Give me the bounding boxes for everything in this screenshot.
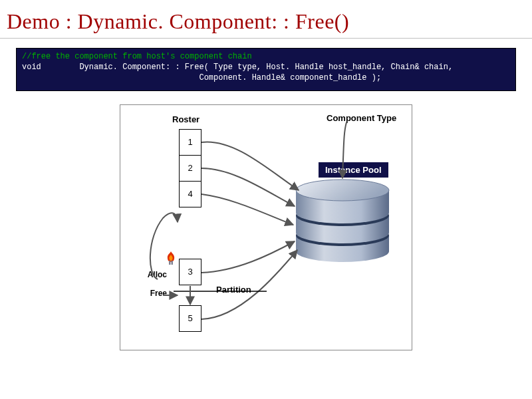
code-line-2: Component. Handle& component_handle ); bbox=[22, 73, 381, 82]
free-label: Free bbox=[127, 289, 167, 298]
partition-label: Partition bbox=[216, 285, 251, 295]
slide-title: Demo : Dynamic. Component: : Free() bbox=[0, 0, 532, 39]
roster-cell-2: 2 bbox=[179, 155, 201, 182]
roster-cell-1: 1 bbox=[179, 129, 201, 156]
svg-rect-1 bbox=[172, 261, 174, 265]
alloc-label: Alloc bbox=[127, 270, 167, 279]
roster-column: 1 2 4 bbox=[179, 129, 201, 207]
roster-cell-5: 5 bbox=[179, 305, 201, 332]
roster-label: Roster bbox=[172, 114, 200, 124]
diagram: Roster Component Type Instance Pool Part… bbox=[120, 104, 412, 350]
component-type-label: Component Type bbox=[327, 113, 396, 123]
svg-point-10 bbox=[296, 180, 389, 201]
instance-pool-label: Instance Pool bbox=[319, 162, 388, 178]
roster-cell-3: 4 bbox=[179, 181, 201, 207]
code-block: //free the component from host's compone… bbox=[16, 48, 516, 91]
svg-rect-0 bbox=[169, 261, 171, 265]
alloc-free-labels: Alloc Free bbox=[127, 270, 167, 298]
delete-icon bbox=[163, 250, 179, 266]
roster-cell-detached: 3 bbox=[179, 259, 201, 285]
code-line-1: void Dynamic. Component: : Free( Type ty… bbox=[22, 63, 453, 72]
code-comment: //free the component from host's compone… bbox=[22, 52, 252, 61]
database-icon bbox=[292, 177, 393, 263]
